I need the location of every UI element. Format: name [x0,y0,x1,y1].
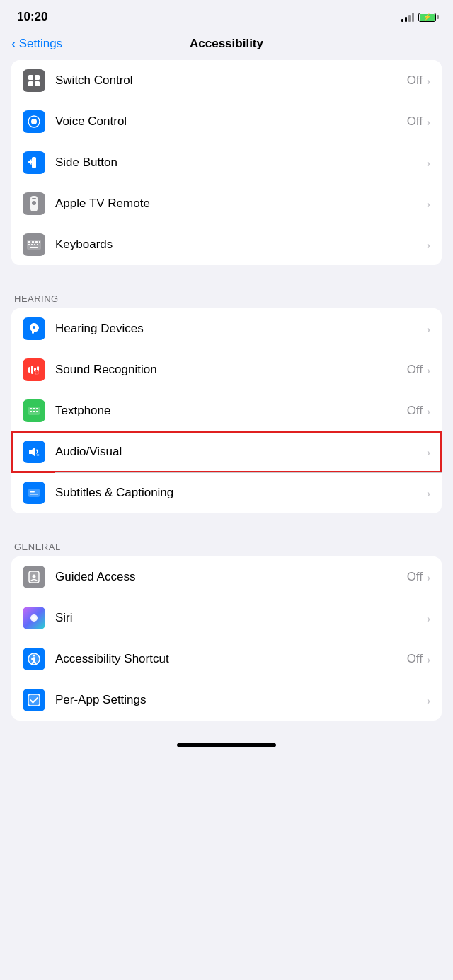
voice-control-value: Off [407,115,423,129]
svg-point-40 [33,575,36,578]
svg-rect-12 [32,241,34,243]
section-general: GENERAL Guided Access Off › [0,536,453,721]
section-interaction: Switch Control Off › Voice Control Off › [0,60,453,265]
guided-access-icon [23,566,45,588]
chevron-right-icon: › [427,239,430,251]
list-item-apple-tv-remote[interactable]: Apple TV Remote › [11,183,442,224]
voice-control-icon [23,110,45,133]
svg-rect-1 [35,75,40,80]
svg-point-42 [32,616,36,620]
list-item-keyboards[interactable]: Keyboards › [11,224,442,265]
svg-rect-2 [28,81,33,86]
per-app-settings-icon [23,689,45,711]
textphone-value: Off [407,404,423,418]
keyboards-icon [23,233,45,256]
hearing-list: Hearing Devices › Sound Recognition [11,308,442,513]
battery-icon: ⚡ [418,13,436,22]
chevron-right-icon: › [427,198,430,210]
textphone-icon [23,399,45,422]
chevron-right-icon: › [427,405,430,417]
svg-rect-21 [28,367,30,373]
chevron-right-icon: › [427,571,430,583]
subtitles-captioning-icon [23,482,45,504]
switch-control-icon [23,69,45,92]
list-item-per-app-settings[interactable]: Per-App Settings › [11,679,442,721]
side-button-label: Side Button [55,156,427,170]
siri-icon [23,607,45,629]
audio-visual-icon [23,441,45,463]
side-button-icon [23,151,45,174]
svg-point-20 [33,326,35,329]
general-section-header: GENERAL [0,536,453,556]
signal-icon [401,12,414,22]
list-item-audio-visual[interactable]: Audio/Visual › [11,431,442,472]
chevron-right-icon: › [427,446,430,458]
svg-rect-35 [28,489,40,497]
status-time: 10:20 [17,10,47,24]
subtitles-captioning-label: Subtitles & Captioning [55,486,427,500]
chevron-right-icon: › [427,364,430,376]
status-bar: 10:20 ⚡ [0,0,453,30]
svg-rect-14 [39,241,40,243]
list-item-subtitles-captioning[interactable]: Subtitles & Captioning › [11,472,442,513]
svg-rect-15 [28,244,30,245]
svg-rect-18 [37,244,38,245]
back-chevron-icon: ‹ [11,35,16,52]
siri-label: Siri [55,611,427,625]
svg-rect-36 [30,491,35,493]
chevron-right-icon: › [427,612,430,624]
sound-recognition-value: Off [407,363,423,377]
svg-rect-37 [30,494,38,495]
svg-rect-29 [33,408,35,409]
switch-control-value: Off [407,74,423,88]
chevron-right-icon: › [427,116,430,128]
svg-rect-6 [32,157,36,168]
voice-control-label: Voice Control [55,115,407,129]
list-item-switch-control[interactable]: Switch Control Off › [11,60,442,101]
back-button[interactable]: ‹ Settings [11,35,62,52]
svg-rect-0 [28,75,33,80]
content: Switch Control Off › Voice Control Off › [0,60,453,721]
svg-rect-31 [30,411,32,412]
svg-point-45 [33,655,35,657]
accessibility-shortcut-label: Accessibility Shortcut [55,652,407,666]
svg-rect-19 [30,247,38,248]
keyboards-label: Keyboards [55,238,427,252]
status-icons: ⚡ [401,12,436,22]
chevron-right-icon: › [427,157,430,169]
svg-rect-17 [34,244,35,245]
chevron-right-icon: › [427,323,430,335]
list-item-guided-access[interactable]: Guided Access Off › [11,556,442,597]
list-item-hearing-devices[interactable]: Hearing Devices › [11,308,442,349]
list-item-siri[interactable]: Siri › [11,597,442,638]
svg-rect-33 [36,411,38,412]
back-label: Settings [19,37,62,51]
audio-visual-label: Audio/Visual [55,445,427,459]
hearing-section-header: HEARING [0,288,453,308]
apple-tv-remote-icon [23,192,45,215]
accessibility-shortcut-icon [23,648,45,670]
page-title: Accessibility [190,37,263,51]
guided-access-value: Off [407,570,423,584]
list-item-textphone[interactable]: Textphone Off › [11,390,442,431]
list-item-sound-recognition[interactable]: Sound Recognition Off › [11,349,442,390]
hearing-devices-label: Hearing Devices [55,322,427,336]
chevron-right-icon: › [427,487,430,499]
svg-rect-3 [35,81,40,86]
chevron-right-icon: › [427,694,430,706]
svg-rect-8 [32,198,36,199]
svg-rect-16 [31,244,33,245]
list-item-voice-control[interactable]: Voice Control Off › [11,101,442,142]
sound-recognition-label: Sound Recognition [55,363,407,377]
accessibility-shortcut-value: Off [407,652,423,666]
chevron-right-icon: › [427,75,430,87]
svg-rect-11 [28,241,30,243]
list-item-accessibility-shortcut[interactable]: Accessibility Shortcut Off › [11,638,442,679]
chevron-right-icon: › [427,653,430,665]
svg-rect-28 [30,408,32,409]
svg-rect-30 [36,408,38,409]
sound-recognition-icon [23,358,45,381]
general-list: Guided Access Off › Siri › [11,556,442,721]
nav-header: ‹ Settings Accessibility [0,30,453,60]
list-item-side-button[interactable]: Side Button › [11,142,442,183]
